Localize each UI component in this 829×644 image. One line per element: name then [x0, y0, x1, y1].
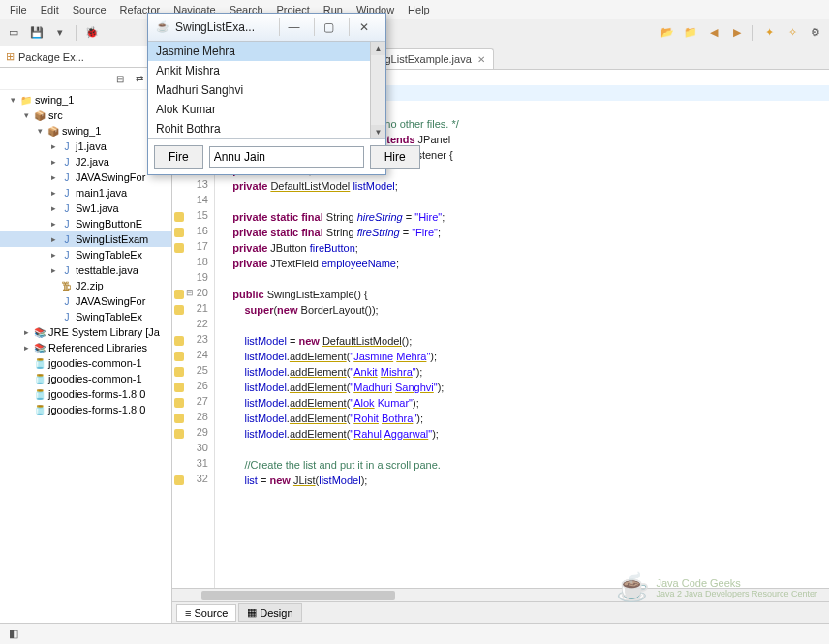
- menu-file[interactable]: File: [4, 2, 33, 17]
- star2-icon[interactable]: ✧: [783, 23, 802, 43]
- jar-icon: 🫙: [33, 356, 46, 370]
- tree-twisty-icon[interactable]: ▸: [48, 234, 58, 244]
- tree-node-testtable-java[interactable]: ▸Jtesttable.java: [0, 262, 171, 278]
- debug-icon[interactable]: 🐞: [82, 23, 102, 43]
- new-icon[interactable]: ▭: [4, 23, 23, 43]
- tree-node-j2-zip[interactable]: 🗜J2.zip: [0, 278, 171, 293]
- tree-node-jgoodies-common-1[interactable]: 🫙jgoodies-common-1: [0, 355, 171, 371]
- employee-list[interactable]: Jasmine MehraAnkit MishraMadhuri Sanghvi…: [148, 42, 385, 139]
- tree-label: jgoodies-common-1: [48, 373, 142, 384]
- tree-twisty-icon[interactable]: ▸: [48, 203, 58, 213]
- dropdown-icon[interactable]: ▾: [50, 23, 70, 43]
- star-icon[interactable]: ✦: [759, 23, 779, 43]
- tree-node-referenced-libraries[interactable]: ▸📚Referenced Libraries: [0, 340, 171, 355]
- fire-button[interactable]: Fire: [154, 145, 203, 169]
- maximize-button[interactable]: ▢: [314, 18, 343, 36]
- tree-label: swing_1: [62, 125, 101, 137]
- open-folder-icon[interactable]: 📂: [658, 23, 677, 43]
- scroll-up-icon[interactable]: ▲: [371, 42, 385, 55]
- list-item[interactable]: Rohit Bothra: [148, 119, 370, 138]
- tree-label: Referenced Libraries: [48, 342, 147, 353]
- tree-node-j1-java[interactable]: ▸Jj1.java: [0, 138, 171, 154]
- bottom-tab-design[interactable]: ▦Design: [238, 603, 301, 622]
- tree-twisty-icon[interactable]: ▸: [48, 265, 58, 275]
- employee-name-input[interactable]: [209, 146, 364, 168]
- jar-icon: 🫙: [33, 403, 46, 416]
- tree-node-sw1-java[interactable]: ▸JSw1.java: [0, 200, 171, 216]
- src-icon: 📦: [33, 108, 46, 122]
- tree-twisty-icon[interactable]: ▸: [48, 188, 58, 198]
- close-button[interactable]: ✕: [349, 18, 378, 36]
- tree-twisty-icon[interactable]: ▸: [21, 343, 31, 353]
- tree-node-swing_1[interactable]: ▾📁swing_1: [0, 92, 171, 107]
- tree-label: SwingButtonE: [76, 218, 142, 230]
- tree-twisty-icon[interactable]: ▸: [48, 141, 58, 151]
- list-scrollbar[interactable]: ▲ ▼: [370, 42, 385, 138]
- horizontal-scrollbar[interactable]: [172, 588, 829, 601]
- scroll-down-icon[interactable]: ▼: [371, 125, 385, 138]
- collapse-all-icon[interactable]: ⊟: [111, 70, 129, 87]
- minimize-button[interactable]: —: [279, 18, 308, 36]
- gear-icon[interactable]: ⚙: [806, 23, 825, 43]
- nav-back-icon[interactable]: ◀: [704, 23, 723, 43]
- tree-label: jgoodies-forms-1.8.0: [48, 388, 145, 400]
- hire-button[interactable]: Hire: [370, 145, 420, 169]
- tree-twisty-icon[interactable]: ▸: [48, 250, 58, 260]
- java-icon: J: [60, 186, 74, 199]
- tree-twisty-icon[interactable]: ▾: [8, 95, 17, 105]
- list-item[interactable]: Madhuri Sanghvi: [148, 80, 370, 100]
- tree-node-jgoodies-forms-1-8-0[interactable]: 🫙jgoodies-forms-1.8.0: [0, 402, 171, 417]
- main-toolbar: ▭ 💾 ▾ 🐞 📂 📁 ◀ ▶ ✦ ✧ ⚙: [0, 19, 829, 46]
- tree-twisty-icon[interactable]: ▾: [21, 110, 31, 120]
- tree-node-jgoodies-forms-1-8-0[interactable]: 🫙jgoodies-forms-1.8.0: [0, 386, 171, 402]
- tree-node-swingbuttone[interactable]: ▸JSwingButtonE: [0, 216, 171, 231]
- tree-twisty-icon[interactable]: ▸: [21, 327, 31, 337]
- nav-fwd-icon[interactable]: ▶: [727, 23, 747, 43]
- tree-node-jgoodies-common-1[interactable]: 🫙jgoodies-common-1: [0, 371, 171, 386]
- tree-node-swing_1[interactable]: ▾📦swing_1: [0, 123, 171, 138]
- package-icon: ⊞: [6, 50, 15, 63]
- tree-label: JRE System Library [Ja: [48, 326, 160, 338]
- menu-source[interactable]: Source: [67, 2, 112, 17]
- tree-node-swingtableex[interactable]: ▸JSwingTableEx: [0, 247, 171, 262]
- tree-twisty-icon[interactable]: ▾: [35, 126, 45, 136]
- tree-node-javaswingfor[interactable]: ▸JJAVASwingFor: [0, 169, 171, 185]
- menu-edit[interactable]: Edit: [35, 2, 65, 17]
- project-tree[interactable]: ▾📁swing_1▾📦src▾📦swing_1▸Jj1.java▸JJ2.jav…: [0, 90, 171, 623]
- java-icon: J: [60, 294, 74, 308]
- tree-node-swinglistexam[interactable]: ▸JSwingListExam: [0, 231, 171, 247]
- tree-node-swingtableex[interactable]: JSwingTableEx: [0, 309, 171, 324]
- java-icon: J: [60, 248, 74, 261]
- folder-icon[interactable]: 📁: [681, 23, 700, 43]
- tree-label: J2.zip: [76, 280, 104, 291]
- tree-label: main1.java: [76, 187, 127, 199]
- link-editor-icon[interactable]: ⇄: [131, 70, 148, 87]
- dialog-titlebar[interactable]: ☕ SwingListExa... — ▢ ✕: [148, 14, 385, 42]
- tree-label: testtable.java: [76, 264, 138, 276]
- tree-node-jre-system-library-ja[interactable]: ▸📚JRE System Library [Ja: [0, 324, 171, 340]
- save-icon[interactable]: 💾: [27, 23, 46, 43]
- tree-twisty-icon[interactable]: ▸: [48, 172, 58, 182]
- list-item[interactable]: Jasmine Mehra: [148, 42, 370, 61]
- java-icon: J: [60, 139, 74, 153]
- tree-node-src[interactable]: ▾📦src: [0, 107, 171, 123]
- proj-icon: 📁: [19, 93, 33, 107]
- list-item[interactable]: Alok Kumar: [148, 100, 370, 119]
- tree-twisty-icon[interactable]: ▸: [48, 157, 58, 167]
- tree-node-javaswingfor[interactable]: JJAVASwingFor: [0, 293, 171, 309]
- tree-node-j2-java[interactable]: ▸JJ2.java: [0, 154, 171, 169]
- tree-twisty-icon[interactable]: ▸: [48, 219, 58, 229]
- java-icon: J: [60, 310, 74, 323]
- lib-icon: 📚: [33, 341, 46, 354]
- menu-help[interactable]: Help: [402, 2, 436, 17]
- status-icon[interactable]: ◧: [4, 625, 23, 644]
- tree-label: SwingTableEx: [76, 311, 142, 322]
- list-item[interactable]: Ankit Mishra: [148, 61, 370, 80]
- java-icon: J: [60, 232, 74, 246]
- bottom-tab-source[interactable]: ≡Source: [176, 604, 236, 622]
- tree-node-main1-java[interactable]: ▸Jmain1.java: [0, 185, 171, 200]
- java-icon: J: [60, 263, 74, 277]
- tree-label: jgoodies-forms-1.8.0: [48, 404, 145, 415]
- package-explorer-header: ⊞ Package Ex... ✕: [0, 46, 171, 68]
- tab-close-icon[interactable]: ✕: [477, 54, 485, 65]
